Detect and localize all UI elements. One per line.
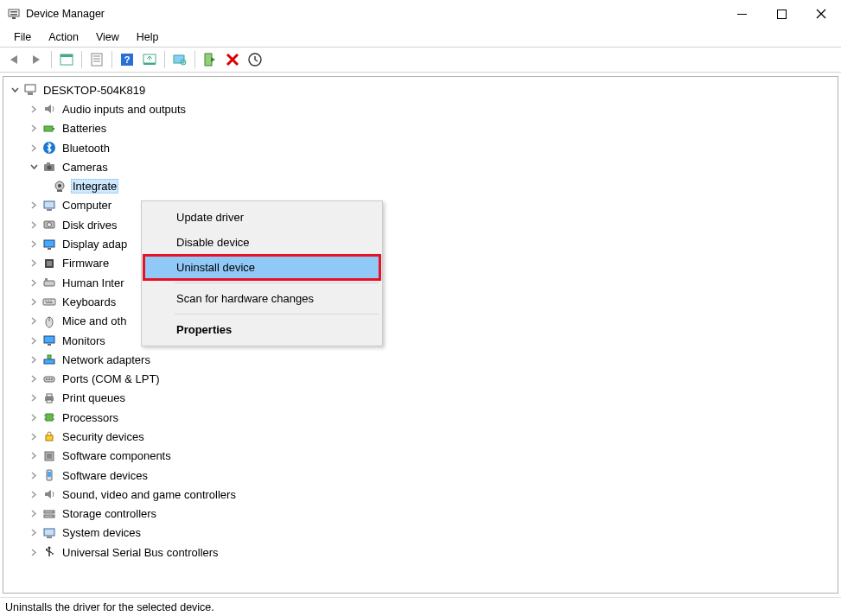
svg-rect-52 [44,336,54,343]
svg-rect-1 [10,11,17,13]
chevron-down-icon[interactable] [28,161,40,173]
ctx-update-driver[interactable]: Update driver [143,205,380,230]
category-audio[interactable]: Audio inputs and outputs [9,99,838,118]
device-integrated-webcam[interactable]: Integrate [9,176,838,195]
chevron-right-icon[interactable] [28,488,40,500]
category-firmware[interactable]: Firmware [9,254,838,273]
chevron-right-icon[interactable] [28,142,40,154]
svg-rect-18 [174,55,184,63]
svg-rect-43 [44,281,54,286]
chevron-down-icon[interactable] [9,84,21,96]
chevron-right-icon[interactable] [28,392,40,404]
properties-button[interactable] [86,49,107,70]
category-monitors[interactable]: Monitors [9,331,838,350]
ctx-scan-hardware[interactable]: Scan for hardware changes [143,286,380,311]
category-sound[interactable]: Sound, video and game controllers [9,485,838,504]
svg-rect-10 [92,54,102,66]
ctx-disable-device[interactable]: Disable device [143,230,380,255]
chevron-right-icon[interactable] [28,373,40,385]
chevron-right-icon[interactable] [28,411,40,423]
menu-file[interactable]: File [5,29,40,45]
toolbar-separator [81,51,82,68]
cpu-icon [41,410,57,425]
category-display[interactable]: Display adap [9,234,838,253]
maximize-button[interactable] [761,0,801,28]
window-controls [722,0,841,28]
svg-rect-24 [25,85,35,92]
category-processors[interactable]: Processors [9,408,838,427]
category-label: Universal Serial Bus controllers [61,545,220,560]
menu-view[interactable]: View [87,29,128,45]
menu-help[interactable]: Help [128,29,168,45]
root-node[interactable]: DESKTOP-504K819 [9,80,838,99]
category-usb[interactable]: Universal Serial Bus controllers [9,543,838,562]
chevron-right-icon[interactable] [28,527,40,539]
back-button[interactable] [3,49,24,70]
svg-point-30 [48,166,52,170]
ctx-properties[interactable]: Properties [143,317,380,342]
svg-rect-46 [45,301,47,302]
category-cameras[interactable]: Cameras [9,157,838,176]
chevron-right-icon[interactable] [28,103,40,115]
scan-button[interactable] [169,49,190,70]
chevron-right-icon[interactable] [28,430,40,442]
menu-action[interactable]: Action [40,29,87,45]
chevron-right-icon[interactable] [28,295,40,308]
chevron-right-icon[interactable] [28,123,40,135]
chevron-right-icon[interactable] [28,469,40,481]
ctx-separator [175,283,379,283]
close-button[interactable] [801,0,841,28]
category-network[interactable]: Network adapters [9,350,838,369]
svg-rect-3 [12,17,16,19]
toolbar: ? [0,47,841,73]
chevron-right-icon[interactable] [28,334,40,346]
enable-button[interactable] [200,49,220,70]
category-label: Firmware [61,256,111,270]
chevron-right-icon[interactable] [28,276,40,289]
chevron-right-icon[interactable] [28,450,40,462]
chevron-right-icon[interactable] [28,508,40,520]
action-button[interactable] [245,49,265,70]
category-label: Network adapters [61,352,152,367]
category-swdev[interactable]: Software devices [9,466,838,485]
chevron-right-icon[interactable] [28,546,40,558]
uninstall-button[interactable] [222,49,243,70]
chevron-right-icon[interactable] [28,200,40,212]
device-tree[interactable]: DESKTOP-504K819 Audio inputs and outputs… [3,76,838,594]
category-printers[interactable]: Print queues [9,389,838,408]
category-ports[interactable]: Ports (COM & LPT) [9,369,838,388]
category-storage[interactable]: Storage controllers [9,505,838,524]
svg-rect-54 [44,359,54,364]
svg-point-60 [51,378,53,380]
minimize-button[interactable] [722,0,761,28]
svg-rect-42 [47,261,52,266]
category-swcomp[interactable]: Software components [9,447,838,466]
category-disk-drives[interactable]: Disk drives [9,215,838,234]
chevron-right-icon[interactable] [28,238,40,251]
category-computer[interactable]: Computer [9,196,838,215]
category-hid[interactable]: Human Inter [9,273,838,292]
ctx-uninstall-device[interactable]: Uninstall device [143,255,380,280]
svg-rect-53 [48,344,51,346]
forward-button[interactable] [26,49,47,70]
chevron-right-icon[interactable] [28,353,40,365]
svg-rect-48 [50,301,52,302]
category-batteries[interactable]: Batteries [9,119,838,138]
hid-icon [41,275,57,290]
category-system[interactable]: System devices [9,524,838,543]
chevron-right-icon[interactable] [28,219,40,231]
update-driver-button[interactable] [139,49,160,70]
chevron-right-icon[interactable] [28,315,40,327]
category-security[interactable]: Security devices [9,427,838,446]
svg-rect-55 [48,355,51,359]
category-bluetooth[interactable]: Bluetooth [9,138,838,157]
chevron-right-icon[interactable] [28,257,40,270]
category-mice[interactable]: Mice and oth [9,312,838,331]
help-button[interactable]: ? [117,49,137,70]
category-keyboards[interactable]: Keyboards [9,292,838,311]
category-label: System devices [61,525,143,540]
svg-rect-40 [48,248,51,250]
usb-icon [41,544,57,560]
svg-rect-64 [46,414,53,421]
showhide-button[interactable] [56,49,77,70]
